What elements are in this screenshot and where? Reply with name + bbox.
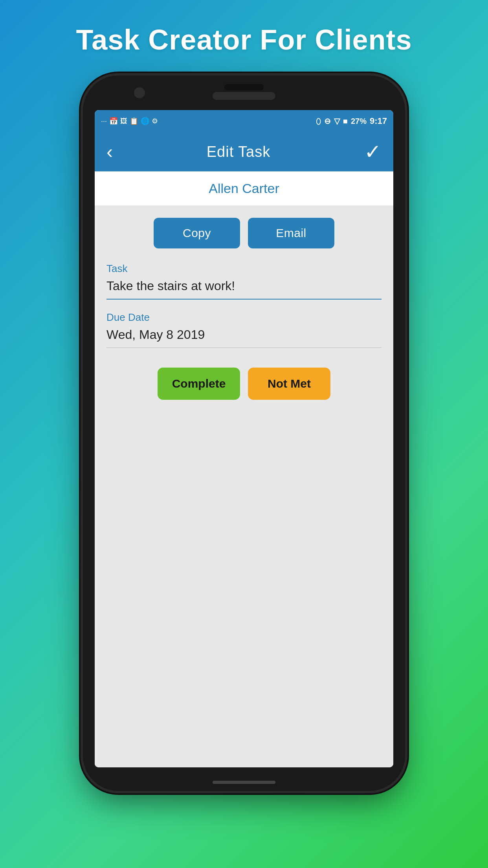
client-name-bar: Allen Carter [95,171,393,206]
due-date-value[interactable]: Wed, May 8 2019 [106,327,382,348]
app-header: ‹ Edit Task ✓ [95,132,393,171]
content-area: Copy Email Task Take the stairs at work!… [95,206,393,767]
phone-earpiece [224,84,264,90]
notification-icon: ··· [101,117,107,125]
nfc-icon: ■ [343,117,348,126]
phone-speaker [213,92,275,100]
phone-frame: ··· 📅 🖼 📋 🌐 ⚙ ⬯ ⊖ ▽ ■ 27% 9:17 ‹ Edit Ta… [83,75,405,791]
phone-camera [134,87,145,98]
phone-home-bar [213,781,275,784]
task-field-value[interactable]: Take the stairs at work! [106,279,382,300]
status-bar: ··· 📅 🖼 📋 🌐 ⚙ ⬯ ⊖ ▽ ■ 27% 9:17 [95,110,393,132]
phone-screen: ··· 📅 🖼 📋 🌐 ⚙ ⬯ ⊖ ▽ ■ 27% 9:17 ‹ Edit Ta… [95,110,393,767]
wifi-icon: ▽ [334,116,340,126]
calendar-icon: 📅 [109,117,118,125]
battery-percent: 27% [351,117,367,126]
back-button[interactable]: ‹ [106,142,113,161]
complete-button[interactable]: Complete [158,368,240,400]
dots-icon: ⚙ [152,117,158,125]
header-title: Edit Task [207,143,270,160]
status-right: ⬯ ⊖ ▽ ■ 27% 9:17 [316,116,387,126]
save-button[interactable]: ✓ [364,142,382,162]
status-icons-left: ··· 📅 🖼 📋 🌐 ⚙ [101,117,158,125]
clipboard-icon: 📋 [130,117,138,125]
status-time: 9:17 [370,116,387,126]
browser-icon: 🌐 [141,117,149,125]
status-buttons-row: Complete Not Met [106,368,382,400]
due-date-label: Due Date [106,311,382,324]
action-buttons-row: Copy Email [106,218,382,248]
gallery-icon: 🖼 [120,117,127,125]
copy-button[interactable]: Copy [154,218,240,248]
client-name: Allen Carter [209,181,279,196]
bluetooth-icon: ⬯ [316,117,321,126]
mute-icon: ⊖ [324,116,331,126]
email-button[interactable]: Email [248,218,334,248]
app-title: Task Creator For Clients [76,24,412,56]
not-met-button[interactable]: Not Met [248,368,330,400]
task-field-label: Task [106,263,382,275]
